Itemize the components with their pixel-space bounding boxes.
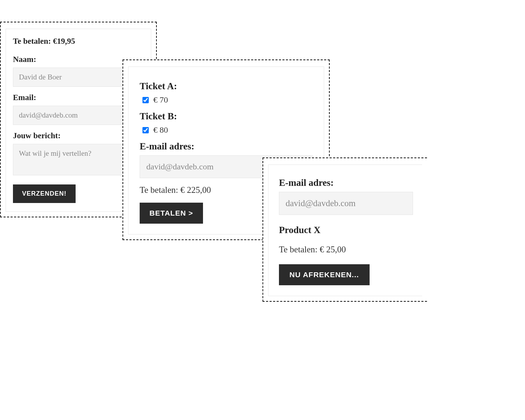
pay-button[interactable]: BETALEN >: [140, 203, 203, 224]
ticket-b-row: € 80: [141, 125, 313, 135]
ticket-a-price: € 70: [153, 95, 168, 105]
ticket-a-checkbox[interactable]: [142, 97, 149, 103]
checkout-button[interactable]: NU AFREKENEN...: [279, 264, 370, 285]
ticket-b-checkbox[interactable]: [142, 127, 149, 133]
total-to-pay: Te betalen: €19,95: [13, 37, 144, 46]
email-label: E-mail adres:: [279, 177, 413, 188]
email-label: E-mail adres:: [140, 141, 313, 152]
checkout-form-inner: E-mail adres: Product X Te betalen: € 25…: [268, 164, 422, 296]
ticket-b-label: Ticket B:: [140, 111, 313, 122]
product-title: Product X: [279, 225, 413, 236]
send-button[interactable]: VERZENDEN!: [13, 184, 76, 203]
checkout-form-card: E-mail adres: Product X Te betalen: € 25…: [262, 158, 427, 302]
ticket-a-row: € 70: [141, 95, 313, 105]
email-input[interactable]: [279, 192, 413, 215]
total-to-pay: Te betalen: € 25,00: [279, 245, 413, 254]
ticket-b-price: € 80: [153, 125, 168, 135]
ticket-a-label: Ticket A:: [140, 81, 313, 92]
